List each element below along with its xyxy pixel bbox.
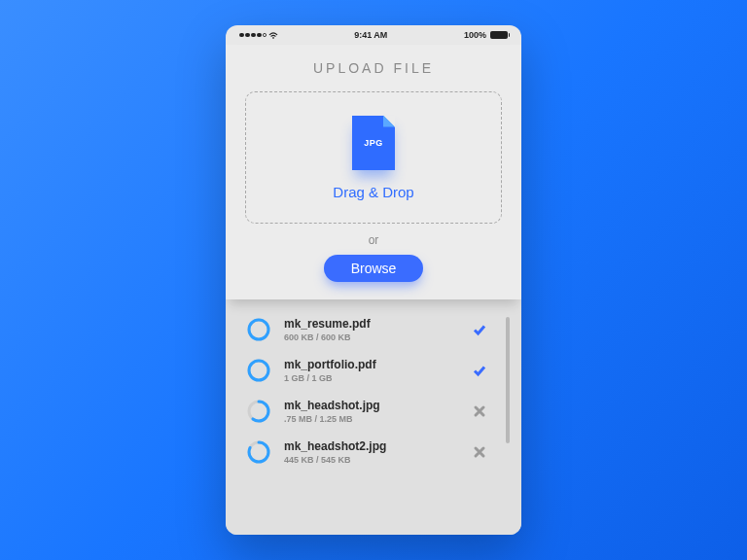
done-check-icon[interactable] (471, 362, 488, 379)
file-meta: 600 KB / 600 KB (284, 332, 457, 342)
status-left (239, 31, 278, 39)
file-info: mk_portfolio.pdf 1 GB / 1 GB (284, 358, 457, 383)
file-list: mk_resume.pdf 600 KB / 600 KB mk_portfol… (226, 299, 521, 535)
or-separator: or (245, 233, 502, 247)
progress-ring-icon (247, 400, 270, 423)
file-name: mk_headshot.jpg (284, 399, 457, 412)
progress-ring-icon (247, 318, 270, 341)
signal-dots-icon (239, 33, 267, 38)
svg-point-0 (272, 37, 274, 39)
file-meta: 445 KB / 545 KB (284, 455, 457, 465)
upload-panel: UPLOAD FILE JPG Drag & Drop or Browse (226, 45, 521, 299)
scrollbar[interactable] (506, 317, 510, 443)
file-meta: .75 MB / 1.25 MB (284, 414, 457, 424)
cancel-x-icon[interactable] (471, 402, 488, 420)
file-name: mk_headshot2.jpg (284, 439, 457, 453)
file-info: mk_headshot2.jpg 445 KB / 545 KB (284, 439, 457, 465)
wifi-icon (268, 31, 278, 39)
dropzone[interactable]: JPG Drag & Drop (245, 91, 502, 224)
file-jpg-icon: JPG (352, 116, 395, 170)
file-type-label: JPG (364, 138, 383, 148)
file-meta: 1 GB / 1 GB (284, 373, 457, 383)
battery-percent: 100% (464, 30, 486, 40)
phone-frame: 9:41 AM 100% UPLOAD FILE JPG Drag & Drop… (226, 25, 521, 535)
status-bar: 9:41 AM 100% (226, 25, 521, 45)
browse-button[interactable]: Browse (324, 255, 424, 282)
file-row: mk_portfolio.pdf 1 GB / 1 GB (247, 358, 504, 383)
progress-ring-icon (247, 359, 270, 382)
done-check-icon[interactable] (471, 321, 488, 338)
svg-point-2 (249, 320, 268, 339)
file-row: mk_headshot.jpg .75 MB / 1.25 MB (247, 399, 504, 424)
status-time: 9:41 AM (354, 30, 387, 40)
page-title: UPLOAD FILE (245, 60, 502, 76)
file-row: mk_headshot2.jpg 445 KB / 545 KB (247, 439, 504, 465)
cancel-x-icon[interactable] (471, 443, 488, 461)
battery-icon (490, 31, 508, 39)
file-info: mk_headshot.jpg .75 MB / 1.25 MB (284, 399, 457, 424)
file-info: mk_resume.pdf 600 KB / 600 KB (284, 317, 457, 342)
file-row: mk_resume.pdf 600 KB / 600 KB (247, 317, 504, 342)
progress-ring-icon (247, 440, 270, 464)
file-name: mk_resume.pdf (284, 317, 457, 331)
status-right: 100% (464, 30, 508, 40)
file-name: mk_portfolio.pdf (284, 358, 457, 371)
svg-point-4 (249, 361, 268, 380)
drag-drop-label: Drag & Drop (333, 184, 413, 200)
